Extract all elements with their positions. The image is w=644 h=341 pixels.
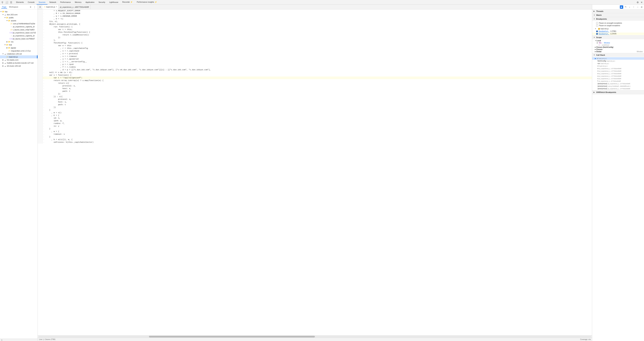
resume-btn[interactable]: ▶: [620, 5, 623, 9]
breakpoint-col-39[interactable]: -: [42, 114, 45, 117]
sidebar-item-ptbase[interactable]: ▶ CSS pt_experience_base.css?15: [0, 31, 38, 34]
breakpoint-col-49[interactable]: -: [42, 141, 45, 144]
breakpoint-col-7[interactable]: -: [42, 28, 45, 31]
sidebar-item-hmbaidu[interactable]: ▶ ☁ hm.baidu.com: [0, 58, 38, 62]
editor-tab-loadminjs[interactable]: JS load.min.js ✕: [42, 5, 58, 9]
breakpoint-col-46[interactable]: -: [42, 133, 45, 136]
breakpoint-col-19[interactable]: -: [42, 60, 45, 63]
breakpoint-col-36[interactable]: -: [42, 106, 45, 109]
breakpoint-col-33[interactable]: -: [42, 98, 45, 101]
breakpoint-col-18[interactable]: -: [42, 58, 45, 60]
breakpoint-col-15[interactable]: -: [42, 50, 45, 52]
tab-application[interactable]: Application: [84, 0, 97, 4]
menu-icon[interactable]: ☰: [10, 1, 13, 4]
device-icon[interactable]: ⬜: [5, 1, 8, 4]
breakpoint-col-5[interactable]: -: [42, 23, 45, 26]
scope-global-header[interactable]: ▶ Global Window: [592, 50, 644, 53]
pause-uncaught-checkbox[interactable]: [596, 22, 598, 24]
callstack-item-2[interactable]: runload.min.js:1: [592, 62, 644, 65]
split-editor-icon[interactable]: ⊞: [38, 5, 42, 9]
section-threads-header[interactable]: ▶ Threads: [592, 10, 644, 13]
breakpoint-col-34[interactable]: -: [42, 101, 45, 103]
tab-memory[interactable]: Memory: [73, 0, 84, 4]
sidebar-item-loadminjs[interactable]: ▶ JS load.min.js: [0, 55, 38, 58]
sidebar-item-ptcapt[interactable]: ▶ ▪ pt_experience_captcha_dr: [0, 34, 38, 37]
section-scope-header[interactable]: ▼ Scope: [592, 36, 644, 39]
breakpoint-col-9[interactable]: -: [42, 34, 45, 36]
breakpoint-col-6[interactable]: -: [42, 26, 45, 28]
breakpoint-col-40[interactable]: -: [42, 117, 45, 120]
sidebar-sync-icon[interactable]: ⊕: [29, 5, 32, 9]
step-over-btn[interactable]: ↷: [624, 5, 627, 9]
breakpoint-col-47[interactable]: -: [42, 136, 45, 138]
breakpoint-col-45[interactable]: -: [42, 130, 45, 133]
breakpoint-col-38[interactable]: -: [42, 111, 45, 114]
section-xhrfetch-header[interactable]: ▶ XHR/fetch Breakpoints: [592, 90, 644, 94]
callstack-item-3[interactable]: nload.min.js:1: [592, 65, 644, 67]
breakpoint-col-16[interactable]: -: [42, 52, 45, 55]
breakpoint-col-25[interactable]: -: [42, 76, 45, 79]
editor-tab-close-loadminjs[interactable]: ✕: [56, 6, 57, 8]
sidebar-item-dun163[interactable]: ▼ ☁ dun.163.com: [0, 13, 38, 16]
callstack-item-10[interactable]: (anonymous)pt_experience_c...677592e4b98…: [592, 82, 644, 85]
sidebar-item-ptlayoutcss[interactable]: ▶ CSS pt_layout_base.css?8dbd7: [0, 37, 38, 40]
breakpoint-col-32[interactable]: -: [42, 95, 45, 98]
editor-tab-ptexp[interactable]: pt_experience_c...b8677592e4b98f: [58, 5, 90, 9]
breakpoint-col-10[interactable]: -: [42, 36, 45, 39]
breakpoint-col-11[interactable]: -: [42, 39, 45, 42]
step-into-btn[interactable]: ↓: [628, 5, 631, 9]
tab-console[interactable]: Console: [26, 0, 36, 4]
breakpoint-col-4[interactable]: -: [42, 20, 45, 23]
sidebar-tab-workspace[interactable]: Workspace: [8, 6, 19, 8]
callstack-item-0[interactable]: ▶vload.min.js:1: [592, 57, 644, 60]
sidebar-item-public[interactable]: ▼ 📁 public: [0, 16, 38, 19]
tab-elements[interactable]: Elements: [14, 0, 26, 4]
hscroll-track[interactable]: [38, 336, 591, 338]
breakpoint-col-44[interactable]: -: [42, 128, 45, 130]
breakpoint-col-14[interactable]: -: [42, 47, 45, 50]
code-view[interactable]: - = s.REQUEST_SCRIPT_ERROR- , R = s.ID_I…: [38, 10, 592, 335]
breakpoint-col-17[interactable]: -: [42, 55, 45, 58]
deactivate-bp-btn[interactable]: ⊘: [640, 5, 643, 9]
sidebar-tab-page[interactable]: Page: [1, 6, 7, 8]
section-watch-header[interactable]: ▼ Watch: [592, 13, 644, 17]
bottom-scrollbar[interactable]: [38, 335, 592, 338]
breakpoint-col-22[interactable]: -: [42, 68, 45, 71]
sidebar-item-s6music[interactable]: ▶ ☁ s6.music.126.net: [0, 64, 38, 68]
bp-fn-1[interactable]: !function(t,e)...: [598, 30, 609, 32]
callstack-item-1[interactable]: fetchConfigload.min.js:1: [592, 60, 644, 62]
callstack-item-9[interactable]: fpt_experience_c...677592e4b98f:: [592, 80, 644, 82]
breakpoint-col-24[interactable]: -: [42, 74, 45, 76]
tab-recorder[interactable]: Recorder ⚡: [120, 0, 135, 4]
breakpoint-col-12[interactable]: -: [42, 42, 45, 44]
breakpoint-col-23[interactable]: -: [42, 71, 45, 74]
sidebar-item-cstatic[interactable]: ▼ ☁ cstaticdun.126.net: [0, 52, 38, 55]
breakpoint-col-30[interactable]: -: [42, 90, 45, 92]
tab-perf-insights[interactable]: Performance insights ⚡: [135, 0, 159, 4]
breakpoint-col-1[interactable]: -: [42, 12, 45, 15]
callstack-item-5[interactable]: npt_experience_c...677592e4b98f:: [592, 70, 644, 72]
breakpoint-col-27[interactable]: -: [42, 82, 45, 84]
scope-closure-header[interactable]: ▶ Closure: [592, 48, 644, 50]
breakpoint-col-3[interactable]: -: [42, 18, 45, 20]
tab-lighthouse[interactable]: Lighthouse: [107, 0, 120, 4]
sidebar-item-top[interactable]: ▼ 📁 top: [0, 10, 38, 13]
sidebar-item-neguardian[interactable]: ▶ JS neguardian.umd.1.0.0.js: [0, 49, 38, 52]
bp-checkbox-2[interactable]: ✓: [596, 33, 598, 35]
sidebar-expand-btn[interactable]: ▷: [0, 339, 4, 341]
sidebar-item-tlayout[interactable]: ▶ JS t_layout_base_m0js?ad63: [0, 28, 38, 31]
scope-closure-fetchconfig-header[interactable]: ▶ Closure (fetchConfig): [592, 46, 644, 48]
breakpoint-col-8[interactable]: -: [42, 31, 45, 34]
breakpoint-col-26[interactable]: -: [42, 79, 45, 82]
bp-checkbox-1[interactable]: ✓: [596, 30, 598, 32]
sidebar-item-hubble[interactable]: ▶ ☁ hubble-js-bucket.noscdn.127.net: [0, 62, 38, 64]
breakpoint-col-48[interactable]: -: [42, 138, 45, 141]
tab-performance[interactable]: Performance: [58, 0, 73, 4]
sidebar-more-icon[interactable]: ⋮: [33, 5, 36, 9]
callstack-item-12[interactable]: (anonymous)pt_experience_c...677592e4b98…: [592, 88, 644, 90]
breakpoint-col-37[interactable]: -: [42, 109, 45, 111]
callstack-item-11[interactable]: (anonymous)core.js?e84b4ef...08909bff41e…: [592, 85, 644, 88]
sidebar-item-trial[interactable]: ▼ 📁 trial: [0, 43, 38, 46]
step-btn[interactable]: →: [636, 5, 639, 9]
section-callstack-header[interactable]: ▼ Call Stack: [592, 53, 644, 57]
